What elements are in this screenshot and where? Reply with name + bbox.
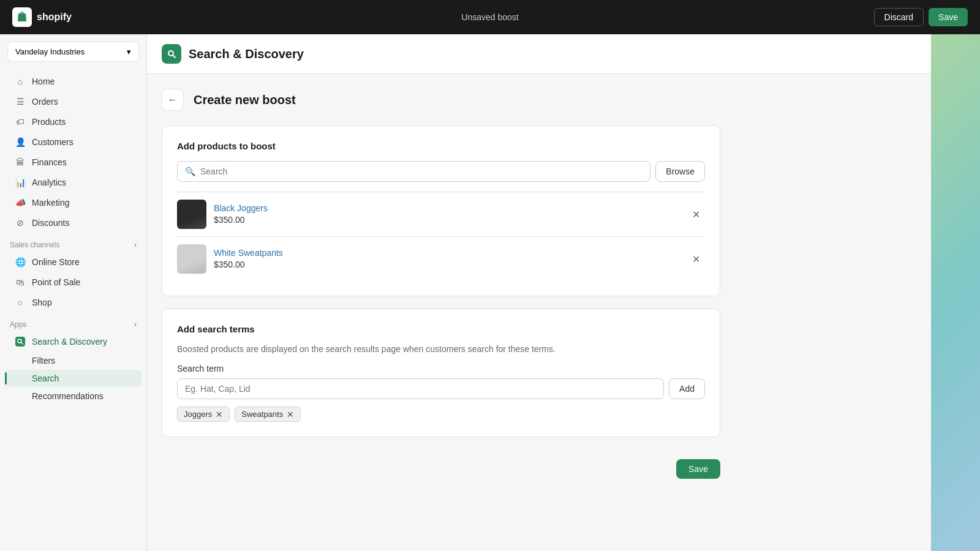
apps-section: Apps ›: [0, 313, 146, 331]
sales-channels-section: Sales channels ›: [0, 233, 146, 252]
browse-button[interactable]: Browse: [655, 161, 705, 182]
remove-tag-joggers-button[interactable]: ✕: [216, 410, 223, 419]
content-area: ← Create new boost Add products to boost…: [147, 74, 735, 498]
online-store-icon: 🌐: [15, 257, 26, 268]
product-name-sweatpants[interactable]: White Sweatpants: [214, 248, 680, 258]
chevron-down-icon: ▾: [127, 47, 131, 56]
sidebar-item-filters[interactable]: Filters: [5, 352, 141, 369]
sidebar-item-products[interactable]: 🏷 Products: [5, 112, 141, 132]
sidebar-item-shop[interactable]: ○ Shop: [5, 293, 141, 312]
sidebar-item-orders[interactable]: ☰ Orders: [5, 92, 141, 111]
topbar: shopify Unsaved boost Discard Save: [0, 0, 980, 34]
sidebar-item-customers[interactable]: 👤 Customers: [5, 132, 141, 152]
add-term-button[interactable]: Add: [669, 378, 705, 399]
product-search-row: 🔍 Browse: [177, 161, 705, 182]
product-item-white-sweatpants: White Sweatpants $350.00 ✕: [177, 236, 705, 281]
nav-analytics-label: Analytics: [32, 178, 66, 187]
discard-button[interactable]: Discard: [874, 8, 924, 26]
sidebar-item-home[interactable]: ⌂ Home: [5, 72, 141, 91]
product-thumb-sweatpants: [177, 244, 206, 274]
search-terms-description: Boosted products are displayed on the se…: [177, 344, 705, 354]
tag-joggers-label: Joggers: [184, 410, 212, 419]
sidebar-item-search[interactable]: Search: [5, 370, 141, 387]
expand-icon[interactable]: ›: [134, 241, 137, 249]
sidebar-item-search-discovery[interactable]: Search & Discovery: [5, 332, 141, 351]
product-price-sweatpants: $350.00: [214, 260, 245, 269]
sales-channels-label: Sales channels: [10, 241, 59, 249]
search-term-row: Add: [177, 378, 705, 399]
apps-label: Apps: [10, 320, 26, 329]
nav-products-label: Products: [32, 117, 66, 127]
product-info-sweatpants: White Sweatpants $350.00: [214, 248, 680, 270]
nav-shop-label: Shop: [32, 298, 52, 307]
store-name: Vandelay Industries: [15, 47, 85, 56]
customers-icon: 👤: [15, 137, 26, 148]
search-term-input[interactable]: [177, 378, 664, 399]
nav-filters-label: Filters: [32, 356, 55, 365]
sidebar-item-finances[interactable]: 🏛 Finances: [5, 152, 141, 172]
remove-sweatpants-button[interactable]: ✕: [687, 251, 705, 268]
logo-text: shopify: [37, 12, 72, 23]
nav-search-label: Search: [32, 373, 59, 383]
tag-joggers: Joggers ✕: [177, 407, 230, 422]
topbar-actions: Discard Save: [874, 8, 968, 26]
remove-joggers-button[interactable]: ✕: [687, 206, 705, 223]
page-header-icon: [162, 44, 181, 64]
product-price-joggers: $350.00: [214, 215, 245, 225]
add-products-title: Add products to boost: [177, 141, 705, 151]
sidebar: Vandelay Industries ▾ ⌂ Home ☰ Orders 🏷 …: [0, 34, 147, 551]
tags-row: Joggers ✕ Sweatpants ✕: [177, 407, 705, 422]
nav-orders-label: Orders: [32, 97, 58, 107]
analytics-icon: 📊: [15, 177, 26, 188]
remove-tag-sweatpants-button[interactable]: ✕: [287, 410, 294, 419]
nav-search-discovery-label: Search & Discovery: [32, 337, 107, 347]
product-name-joggers[interactable]: Black Joggers: [214, 203, 680, 213]
page-header: Search & Discovery: [147, 34, 931, 74]
marketing-icon: 📣: [15, 197, 26, 208]
nav-finances-label: Finances: [32, 157, 67, 167]
sidebar-item-point-of-sale[interactable]: 🛍 Point of Sale: [5, 272, 141, 292]
nav-pos-label: Point of Sale: [32, 277, 80, 287]
product-item-black-joggers: Black Joggers $350.00 ✕: [177, 192, 705, 236]
product-search-wrapper: 🔍: [177, 161, 650, 182]
save-bottom-button[interactable]: Save: [676, 459, 720, 479]
product-search-input[interactable]: [195, 162, 643, 181]
search-term-label: Search term: [177, 364, 705, 373]
shop-icon: ○: [15, 297, 26, 308]
tag-sweatpants-label: Sweatpants: [241, 410, 283, 419]
store-selector[interactable]: Vandelay Industries ▾: [7, 42, 139, 62]
orders-icon: ☰: [15, 96, 26, 107]
tag-icon: 🏷: [15, 116, 26, 127]
search-terms-title: Add search terms: [177, 324, 705, 334]
nav-home-label: Home: [32, 77, 55, 86]
sidebar-item-online-store[interactable]: 🌐 Online Store: [5, 252, 141, 272]
sidebar-item-recommendations[interactable]: Recommendations: [5, 388, 141, 405]
form-title: Create new boost: [194, 93, 296, 107]
search-discovery-icon: [15, 336, 26, 347]
form-header: ← Create new boost: [162, 89, 720, 111]
nav-recommendations-label: Recommendations: [32, 391, 104, 401]
logo: shopify: [12, 7, 72, 27]
nav-discounts-label: Discounts: [32, 218, 69, 228]
back-button[interactable]: ←: [162, 89, 184, 111]
sidebar-item-discounts[interactable]: ⊘ Discounts: [5, 213, 141, 233]
bottom-save-row: Save: [162, 449, 720, 484]
sidebar-item-analytics[interactable]: 📊 Analytics: [5, 173, 141, 192]
finances-icon: 🏛: [15, 157, 26, 168]
shopify-bag-icon: [12, 7, 32, 27]
product-thumb-joggers: [177, 200, 206, 229]
page-title: Search & Discovery: [189, 47, 304, 61]
nav-marketing-label: Marketing: [32, 198, 69, 208]
right-decoration: [931, 34, 980, 551]
main-content: Search & Discovery ← Create new boost Ad…: [147, 34, 931, 551]
search-icon: 🔍: [185, 167, 195, 176]
sidebar-item-marketing[interactable]: 📣 Marketing: [5, 193, 141, 212]
topbar-title: Unsaved boost: [461, 12, 518, 22]
home-icon: ⌂: [15, 76, 26, 87]
tag-sweatpants: Sweatpants ✕: [235, 407, 301, 422]
save-top-button[interactable]: Save: [929, 8, 968, 26]
discounts-icon: ⊘: [15, 217, 26, 228]
svg-line-4: [173, 55, 175, 58]
nav-customers-label: Customers: [32, 137, 74, 147]
apps-expand-icon[interactable]: ›: [134, 320, 137, 329]
